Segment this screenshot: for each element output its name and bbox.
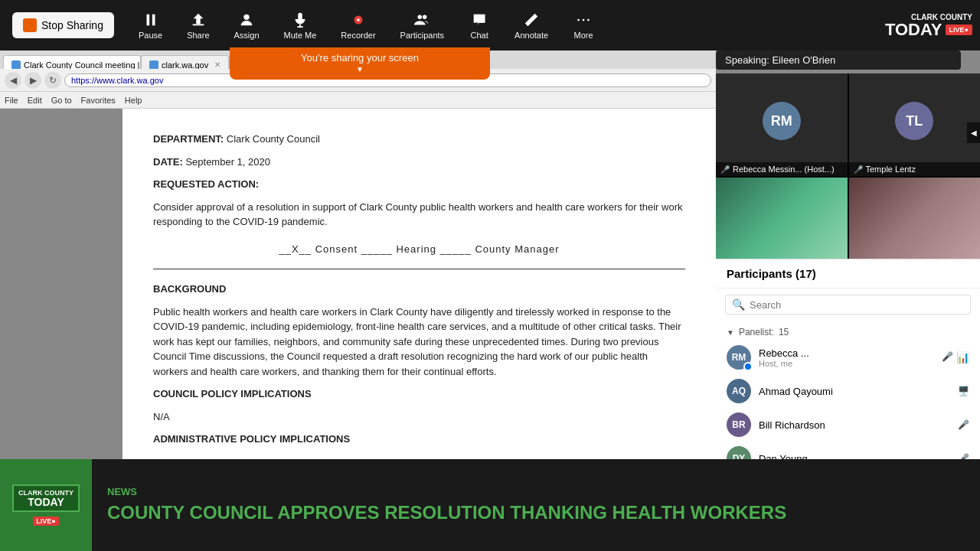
- svg-point-13: [587, 18, 590, 21]
- participant-row-aq[interactable]: AQ Ahmad Qayoumi 🖥️: [716, 374, 980, 408]
- svg-point-9: [418, 15, 423, 18]
- participants-title: Participants: [727, 267, 792, 280]
- admin-policy-label: ADMINISTRATIVE POLICY IMPLICATIONS: [153, 433, 350, 445]
- date-label: DATE:: [153, 156, 183, 168]
- toolbar-share[interactable]: Share: [175, 11, 221, 40]
- chat-label: Chat: [470, 31, 488, 40]
- cct-today: TODAY: [18, 497, 74, 507]
- menu-help[interactable]: Help: [125, 96, 142, 105]
- share-icon: [190, 11, 207, 28]
- consent-line: __X__ Consent _____ Hearing _____ County…: [153, 242, 685, 257]
- participants-label: Participants: [400, 31, 444, 40]
- expand-panel-button[interactable]: ◀: [967, 122, 980, 143]
- speaking-name: Eileen O'Brien: [772, 54, 835, 66]
- cct-logo-area: CLARK COUNTY TODAY LIVE●: [0, 459, 92, 551]
- pause-label: Pause: [139, 31, 162, 40]
- speaking-label: Speaking:: [725, 54, 769, 66]
- panelist-label: ▼ Panelist: 15: [716, 324, 980, 341]
- svg-point-10: [423, 15, 427, 18]
- menu-file[interactable]: File: [5, 96, 18, 105]
- toolbar-mute[interactable]: Mute Me: [272, 11, 329, 40]
- toolbar: Stop Sharing Pause Share Assign Mute Me …: [0, 0, 980, 51]
- menu-favorites[interactable]: Favorites: [81, 96, 116, 105]
- bar-icon-rm: 📊: [956, 351, 969, 364]
- share-label: Share: [187, 31, 209, 40]
- wm-today: TODAY: [885, 21, 942, 38]
- stop-sharing-button[interactable]: Stop Sharing: [12, 12, 114, 38]
- council-policy-label: COUNCIL POLICY IMPLICATIONS: [153, 388, 312, 399]
- video-name-tl: Temple Lentz: [866, 165, 916, 174]
- toolbar-participants[interactable]: Participants: [388, 11, 456, 40]
- search-input[interactable]: [750, 299, 964, 311]
- toolbar-assign[interactable]: Assign: [222, 11, 272, 40]
- participant-name-br: Bill Richardson: [759, 419, 950, 431]
- mic-status-br: 🎤: [958, 419, 969, 430]
- svg-rect-2: [192, 24, 204, 25]
- dept-label: DEPARTMENT:: [153, 133, 224, 145]
- tab-label-0: Clark County Council meeting |...: [24, 60, 141, 70]
- cct-live: LIVE●: [33, 517, 58, 526]
- video-cell-rm: RM 🎤 Rebecca Messin... (Host...): [716, 73, 848, 176]
- participant-row-rm[interactable]: RM Rebecca ... Host, me 🎤 📊: [716, 341, 980, 374]
- recorder-label: Recorder: [341, 31, 375, 40]
- refresh-button[interactable]: ↻: [44, 72, 61, 89]
- participant-icons-br: 🎤: [958, 419, 969, 430]
- pause-icon: [142, 11, 159, 28]
- sharing-text: You're sharing your screen: [301, 52, 419, 64]
- cct-banner: CLARK COUNTY TODAY LIVE● NEWS COUNTY COU…: [0, 459, 980, 551]
- cct-logo: CLARK COUNTY TODAY: [12, 484, 80, 513]
- req-action-label: REQUESTED ACTION:: [153, 178, 259, 190]
- participant-name-aq: Ahmad Qayoumi: [759, 386, 950, 397]
- participant-icons-rm: 🎤 📊: [942, 351, 969, 364]
- video-label-tl: 🎤 Temple Lentz: [849, 162, 981, 176]
- toolbar-annotate[interactable]: Annotate: [502, 11, 560, 40]
- back-button[interactable]: ◀: [5, 72, 21, 89]
- video-bg-ls: [716, 178, 848, 265]
- dept-value: Clark County Council: [227, 133, 320, 145]
- chat-icon: [471, 11, 488, 28]
- panelist-text: Panelist:: [739, 327, 774, 337]
- panelist-count: 15: [779, 327, 789, 337]
- mute-label: Mute Me: [284, 31, 317, 40]
- stop-icon: [23, 18, 37, 32]
- background-text: Public health workers and health care wo…: [153, 305, 685, 380]
- background-label: BACKGROUND: [153, 283, 226, 295]
- date-value: September 1, 2020: [185, 156, 270, 168]
- video-label-rm: 🎤 Rebecca Messin... (Host...): [716, 162, 848, 176]
- mute-icon: [292, 11, 309, 28]
- svg-rect-0: [146, 14, 149, 25]
- toolbar-chat[interactable]: Chat: [456, 11, 502, 40]
- council-policy-text: N/A: [153, 409, 685, 425]
- forward-button[interactable]: ▶: [24, 72, 41, 89]
- tab-favicon-0: [11, 60, 21, 70]
- avatar-rm: RM: [763, 102, 801, 140]
- avatar-participant-br: BR: [727, 412, 751, 437]
- participant-row-br[interactable]: BR Bill Richardson 🎤: [716, 408, 980, 442]
- tab-favicon-1: [149, 60, 158, 70]
- tab-close-1[interactable]: ✕: [214, 60, 220, 69]
- video-grid: RM 🎤 Rebecca Messin... (Host...) TL 🎤 Te…: [716, 73, 980, 280]
- menu-edit[interactable]: Edit: [28, 96, 42, 105]
- toolbar-recorder[interactable]: Recorder: [328, 11, 387, 40]
- menu-goto[interactable]: Go to: [51, 96, 72, 105]
- host-ring: [743, 362, 753, 371]
- participant-name-rm: Rebecca ... Host, me: [759, 347, 934, 368]
- svg-point-3: [243, 14, 249, 19]
- more-label: More: [574, 31, 593, 40]
- more-icon: [575, 11, 592, 28]
- toolbar-more[interactable]: More: [560, 11, 606, 40]
- menu-bar: File Edit Go to Favorites Help: [0, 92, 716, 109]
- toolbar-pause[interactable]: Pause: [126, 11, 175, 40]
- annotate-icon: [523, 11, 540, 28]
- recorder-icon: [350, 11, 367, 28]
- cct-content: NEWS COUNTY COUNCIL APPROVES RESOLUTION …: [92, 459, 980, 551]
- participants-header: Participants (17): [716, 259, 980, 289]
- screen-icon-aq: 🖥️: [958, 386, 969, 396]
- participants-count: 17: [799, 267, 812, 280]
- chevron-icon: ▼: [727, 328, 734, 337]
- document-paper: DEPARTMENT: Clark County Council DATE: S…: [122, 109, 716, 459]
- video-cell-tl: TL 🎤 Temple Lentz: [849, 73, 981, 176]
- svg-point-8: [357, 18, 360, 21]
- search-box[interactable]: 🔍: [725, 295, 971, 315]
- sharing-chevron: ▼: [356, 65, 364, 73]
